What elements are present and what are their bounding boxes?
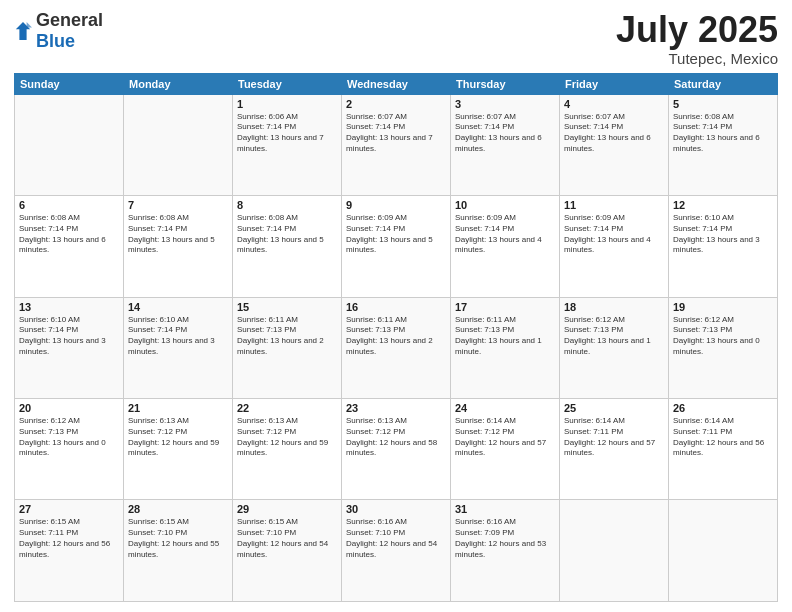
calendar-cell [124, 94, 233, 195]
day-number: 22 [237, 402, 337, 414]
calendar-cell: 12Sunrise: 6:10 AMSunset: 7:14 PMDayligh… [669, 196, 778, 297]
day-info: Sunrise: 6:10 AMSunset: 7:14 PMDaylight:… [128, 315, 228, 358]
calendar-cell: 20Sunrise: 6:12 AMSunset: 7:13 PMDayligh… [15, 399, 124, 500]
calendar-cell: 2Sunrise: 6:07 AMSunset: 7:14 PMDaylight… [342, 94, 451, 195]
weekday-header-friday: Friday [560, 73, 669, 94]
calendar-cell: 27Sunrise: 6:15 AMSunset: 7:11 PMDayligh… [15, 500, 124, 602]
week-row-1: 1Sunrise: 6:06 AMSunset: 7:14 PMDaylight… [15, 94, 778, 195]
day-info: Sunrise: 6:14 AMSunset: 7:11 PMDaylight:… [564, 416, 664, 459]
week-row-4: 20Sunrise: 6:12 AMSunset: 7:13 PMDayligh… [15, 399, 778, 500]
calendar-cell [669, 500, 778, 602]
header: General Blue July 2025 Tutepec, Mexico [14, 10, 778, 67]
day-info: Sunrise: 6:08 AMSunset: 7:14 PMDaylight:… [19, 213, 119, 256]
calendar-table: SundayMondayTuesdayWednesdayThursdayFrid… [14, 73, 778, 602]
day-info: Sunrise: 6:08 AMSunset: 7:14 PMDaylight:… [673, 112, 773, 155]
day-info: Sunrise: 6:15 AMSunset: 7:10 PMDaylight:… [128, 517, 228, 560]
day-number: 19 [673, 301, 773, 313]
day-number: 10 [455, 199, 555, 211]
day-number: 12 [673, 199, 773, 211]
calendar-cell: 11Sunrise: 6:09 AMSunset: 7:14 PMDayligh… [560, 196, 669, 297]
day-number: 4 [564, 98, 664, 110]
week-row-3: 13Sunrise: 6:10 AMSunset: 7:14 PMDayligh… [15, 297, 778, 398]
calendar-cell: 19Sunrise: 6:12 AMSunset: 7:13 PMDayligh… [669, 297, 778, 398]
calendar-cell: 24Sunrise: 6:14 AMSunset: 7:12 PMDayligh… [451, 399, 560, 500]
day-info: Sunrise: 6:13 AMSunset: 7:12 PMDaylight:… [346, 416, 446, 459]
day-number: 1 [237, 98, 337, 110]
day-number: 11 [564, 199, 664, 211]
calendar-cell: 22Sunrise: 6:13 AMSunset: 7:12 PMDayligh… [233, 399, 342, 500]
calendar-cell: 3Sunrise: 6:07 AMSunset: 7:14 PMDaylight… [451, 94, 560, 195]
day-info: Sunrise: 6:16 AMSunset: 7:10 PMDaylight:… [346, 517, 446, 560]
weekday-header-tuesday: Tuesday [233, 73, 342, 94]
logo-text: General Blue [36, 10, 103, 52]
day-info: Sunrise: 6:08 AMSunset: 7:14 PMDaylight:… [237, 213, 337, 256]
calendar-cell: 6Sunrise: 6:08 AMSunset: 7:14 PMDaylight… [15, 196, 124, 297]
day-number: 23 [346, 402, 446, 414]
day-info: Sunrise: 6:11 AMSunset: 7:13 PMDaylight:… [455, 315, 555, 358]
calendar-cell: 14Sunrise: 6:10 AMSunset: 7:14 PMDayligh… [124, 297, 233, 398]
day-number: 9 [346, 199, 446, 211]
calendar-cell: 4Sunrise: 6:07 AMSunset: 7:14 PMDaylight… [560, 94, 669, 195]
day-number: 7 [128, 199, 228, 211]
logo: General Blue [14, 10, 103, 52]
calendar-cell: 18Sunrise: 6:12 AMSunset: 7:13 PMDayligh… [560, 297, 669, 398]
calendar-cell: 13Sunrise: 6:10 AMSunset: 7:14 PMDayligh… [15, 297, 124, 398]
weekday-row: SundayMondayTuesdayWednesdayThursdayFrid… [15, 73, 778, 94]
weekday-header-thursday: Thursday [451, 73, 560, 94]
day-number: 5 [673, 98, 773, 110]
calendar-cell [15, 94, 124, 195]
calendar-cell: 17Sunrise: 6:11 AMSunset: 7:13 PMDayligh… [451, 297, 560, 398]
calendar-cell: 29Sunrise: 6:15 AMSunset: 7:10 PMDayligh… [233, 500, 342, 602]
calendar-cell: 30Sunrise: 6:16 AMSunset: 7:10 PMDayligh… [342, 500, 451, 602]
day-number: 29 [237, 503, 337, 515]
calendar-cell: 15Sunrise: 6:11 AMSunset: 7:13 PMDayligh… [233, 297, 342, 398]
weekday-header-saturday: Saturday [669, 73, 778, 94]
day-info: Sunrise: 6:13 AMSunset: 7:12 PMDaylight:… [128, 416, 228, 459]
logo-general: General [36, 10, 103, 30]
day-number: 16 [346, 301, 446, 313]
calendar-cell [560, 500, 669, 602]
day-info: Sunrise: 6:16 AMSunset: 7:09 PMDaylight:… [455, 517, 555, 560]
calendar-cell: 31Sunrise: 6:16 AMSunset: 7:09 PMDayligh… [451, 500, 560, 602]
day-number: 26 [673, 402, 773, 414]
svg-marker-1 [27, 22, 32, 27]
day-number: 2 [346, 98, 446, 110]
location-title: Tutepec, Mexico [616, 50, 778, 67]
day-number: 30 [346, 503, 446, 515]
day-info: Sunrise: 6:11 AMSunset: 7:13 PMDaylight:… [237, 315, 337, 358]
calendar-cell: 8Sunrise: 6:08 AMSunset: 7:14 PMDaylight… [233, 196, 342, 297]
day-info: Sunrise: 6:09 AMSunset: 7:14 PMDaylight:… [455, 213, 555, 256]
day-info: Sunrise: 6:15 AMSunset: 7:11 PMDaylight:… [19, 517, 119, 560]
title-block: July 2025 Tutepec, Mexico [616, 10, 778, 67]
day-number: 21 [128, 402, 228, 414]
day-number: 6 [19, 199, 119, 211]
day-info: Sunrise: 6:06 AMSunset: 7:14 PMDaylight:… [237, 112, 337, 155]
day-info: Sunrise: 6:15 AMSunset: 7:10 PMDaylight:… [237, 517, 337, 560]
day-number: 31 [455, 503, 555, 515]
day-info: Sunrise: 6:12 AMSunset: 7:13 PMDaylight:… [19, 416, 119, 459]
day-number: 17 [455, 301, 555, 313]
day-number: 18 [564, 301, 664, 313]
calendar-cell: 25Sunrise: 6:14 AMSunset: 7:11 PMDayligh… [560, 399, 669, 500]
calendar-cell: 28Sunrise: 6:15 AMSunset: 7:10 PMDayligh… [124, 500, 233, 602]
day-number: 15 [237, 301, 337, 313]
day-number: 20 [19, 402, 119, 414]
calendar-header: SundayMondayTuesdayWednesdayThursdayFrid… [15, 73, 778, 94]
calendar-cell: 5Sunrise: 6:08 AMSunset: 7:14 PMDaylight… [669, 94, 778, 195]
calendar-cell: 1Sunrise: 6:06 AMSunset: 7:14 PMDaylight… [233, 94, 342, 195]
day-info: Sunrise: 6:07 AMSunset: 7:14 PMDaylight:… [455, 112, 555, 155]
day-info: Sunrise: 6:11 AMSunset: 7:13 PMDaylight:… [346, 315, 446, 358]
day-info: Sunrise: 6:12 AMSunset: 7:13 PMDaylight:… [564, 315, 664, 358]
week-row-2: 6Sunrise: 6:08 AMSunset: 7:14 PMDaylight… [15, 196, 778, 297]
logo-blue: Blue [36, 31, 75, 51]
day-info: Sunrise: 6:10 AMSunset: 7:14 PMDaylight:… [19, 315, 119, 358]
day-number: 28 [128, 503, 228, 515]
day-number: 8 [237, 199, 337, 211]
calendar-body: 1Sunrise: 6:06 AMSunset: 7:14 PMDaylight… [15, 94, 778, 601]
day-number: 25 [564, 402, 664, 414]
calendar-cell: 26Sunrise: 6:14 AMSunset: 7:11 PMDayligh… [669, 399, 778, 500]
day-info: Sunrise: 6:10 AMSunset: 7:14 PMDaylight:… [673, 213, 773, 256]
weekday-header-sunday: Sunday [15, 73, 124, 94]
calendar-cell: 16Sunrise: 6:11 AMSunset: 7:13 PMDayligh… [342, 297, 451, 398]
day-info: Sunrise: 6:09 AMSunset: 7:14 PMDaylight:… [564, 213, 664, 256]
